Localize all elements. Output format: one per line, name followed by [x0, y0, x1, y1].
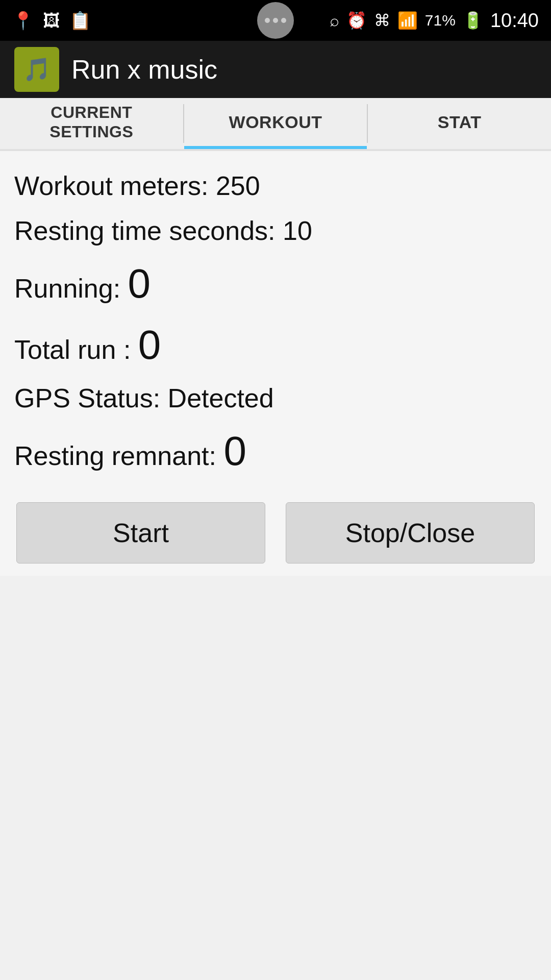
- main-content: Workout meters: 250 Resting time seconds…: [0, 151, 551, 576]
- running-row: Running: 0: [14, 253, 537, 314]
- notification-dot: [257, 2, 294, 39]
- status-icons-left: 📍 🖼 📋: [12, 10, 91, 31]
- app-toolbar: 🎵 Run x music: [0, 41, 551, 98]
- tab-current-settings[interactable]: CURRENT SETTINGS: [0, 98, 183, 149]
- resting-remnant-label: Resting remnant:: [14, 441, 223, 471]
- workout-meters-label: Workout meters:: [14, 171, 216, 201]
- wifi-icon: ⌘: [374, 11, 390, 30]
- resting-remnant-value: 0: [223, 428, 246, 474]
- app-icon-symbol: 🎵: [23, 56, 51, 83]
- alarm-icon: ⏰: [346, 11, 367, 30]
- gps-status-label: GPS Status:: [14, 383, 168, 413]
- total-run-label: Total run :: [14, 335, 138, 364]
- signal-icon: 📶: [397, 11, 418, 30]
- battery-icon: 🔋: [463, 11, 483, 30]
- status-time: 10:40: [490, 10, 539, 32]
- status-bar: 📍 🖼 📋 ⌕ ⏰ ⌘ 📶 71% 🔋 10:40: [0, 0, 551, 41]
- bluetooth-icon: ⌕: [330, 11, 339, 30]
- workout-meters-value: 250: [216, 171, 260, 201]
- resting-remnant-row: Resting remnant: 0: [14, 421, 537, 482]
- running-value: 0: [128, 261, 151, 306]
- image-icon: 🖼: [43, 11, 60, 31]
- stop-close-button[interactable]: Stop/Close: [286, 502, 535, 564]
- running-label: Running:: [14, 274, 128, 303]
- total-run-row: Total run : 0: [14, 314, 537, 376]
- app-icon: 🎵: [14, 47, 59, 92]
- resting-time-row: Resting time seconds: 10: [14, 208, 537, 253]
- resting-time-label: Resting time seconds:: [14, 216, 283, 246]
- total-run-value: 0: [138, 322, 161, 368]
- workout-meters-row: Workout meters: 250: [14, 163, 537, 208]
- start-button[interactable]: Start: [16, 502, 265, 564]
- location-icon: 📍: [12, 10, 34, 31]
- status-icons-right: ⌕ ⏰ ⌘ 📶 71% 🔋 10:40: [330, 10, 539, 32]
- tab-workout[interactable]: WORKOUT: [184, 98, 367, 149]
- tab-bar: CURRENT SETTINGS WORKOUT STAT: [0, 98, 551, 151]
- gps-status-row: GPS Status: Detected: [14, 376, 537, 421]
- resting-time-value: 10: [283, 216, 312, 246]
- app-title: Run x music: [71, 54, 217, 85]
- battery-percent: 71%: [425, 12, 456, 29]
- action-buttons: Start Stop/Close: [14, 502, 537, 564]
- gps-status-value: Detected: [168, 383, 274, 413]
- clipboard-icon: 📋: [69, 10, 91, 31]
- tab-stat[interactable]: STAT: [368, 98, 551, 149]
